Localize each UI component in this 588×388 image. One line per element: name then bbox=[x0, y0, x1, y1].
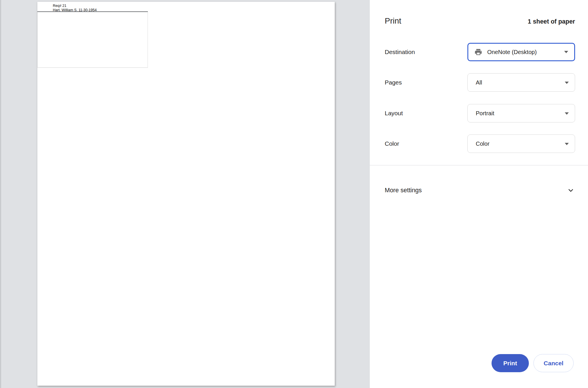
more-settings-toggle[interactable]: More settings bbox=[370, 181, 588, 199]
print-dialog-window: Req# 21 Hart, William S. 11-30-1954 Prin… bbox=[0, 0, 588, 388]
destination-dropdown[interactable]: OneNote (Desktop) bbox=[467, 43, 575, 61]
window-left-edge bbox=[0, 0, 1, 388]
color-value: Color bbox=[476, 135, 490, 153]
document-empty-box bbox=[37, 12, 148, 68]
destination-label: Destination bbox=[385, 43, 415, 61]
color-dropdown[interactable]: Color bbox=[467, 135, 575, 153]
sheet-count-label: 1 sheet of paper bbox=[528, 18, 575, 26]
layout-value: Portrait bbox=[476, 104, 494, 122]
color-row: Color Color bbox=[370, 135, 588, 153]
destination-row: Destination OneNote (Desktop) bbox=[370, 43, 588, 61]
print-button[interactable]: Print bbox=[492, 354, 529, 372]
preview-page: Req# 21 Hart, William S. 11-30-1954 bbox=[37, 2, 335, 386]
print-settings-panel: Print 1 sheet of paper Destination OneNo… bbox=[370, 0, 588, 388]
layout-row: Layout Portrait bbox=[370, 104, 588, 122]
caret-down-icon bbox=[565, 82, 569, 84]
more-settings-label: More settings bbox=[385, 181, 422, 199]
print-preview-area: Req# 21 Hart, William S. 11-30-1954 bbox=[0, 0, 370, 388]
pages-value: All bbox=[476, 74, 482, 91]
color-label: Color bbox=[385, 135, 399, 153]
chevron-down-icon bbox=[567, 187, 575, 194]
panel-title: Print bbox=[385, 16, 401, 26]
caret-down-icon bbox=[565, 112, 569, 115]
pages-label: Pages bbox=[385, 73, 402, 92]
caret-down-icon bbox=[565, 143, 569, 145]
printer-icon bbox=[474, 48, 482, 56]
pages-row: Pages All bbox=[370, 73, 588, 92]
document-header-text: Req# 21 Hart, William S. 11-30-1954 bbox=[53, 4, 97, 12]
destination-value: OneNote (Desktop) bbox=[487, 44, 537, 60]
layout-label: Layout bbox=[385, 104, 403, 122]
document-req-line: Req# 21 bbox=[53, 4, 97, 8]
cancel-button[interactable]: Cancel bbox=[533, 354, 574, 372]
layout-dropdown[interactable]: Portrait bbox=[467, 104, 575, 122]
panel-divider bbox=[370, 165, 588, 166]
caret-down-icon bbox=[564, 51, 568, 53]
pages-dropdown[interactable]: All bbox=[467, 73, 575, 92]
